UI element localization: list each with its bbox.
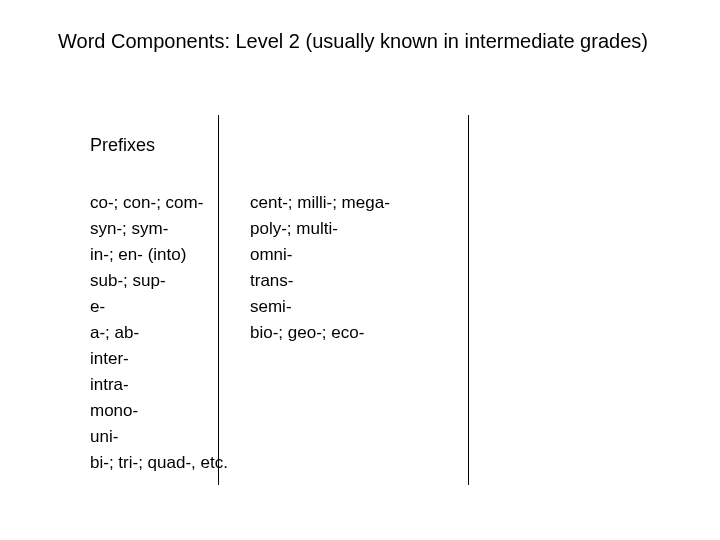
- list-item: syn-; sym-: [90, 216, 228, 242]
- list-item: semi-: [250, 294, 390, 320]
- list-item: e-: [90, 294, 228, 320]
- list-item: omni-: [250, 242, 390, 268]
- list-item: sub-; sup-: [90, 268, 228, 294]
- section-heading-prefixes: Prefixes: [90, 135, 155, 156]
- list-item: a-; ab-: [90, 320, 228, 346]
- prefix-column-1: co-; con-; com- syn-; sym- in-; en- (int…: [90, 190, 228, 476]
- list-item: bio-; geo-; eco-: [250, 320, 390, 346]
- vertical-divider-2: [468, 115, 469, 485]
- page: Word Components: Level 2 (usually known …: [0, 0, 720, 540]
- list-item: co-; con-; com-: [90, 190, 228, 216]
- list-item: bi-; tri-; quad-, etc.: [90, 450, 228, 476]
- list-item: inter-: [90, 346, 228, 372]
- list-item: intra-: [90, 372, 228, 398]
- page-title: Word Components: Level 2 (usually known …: [58, 30, 648, 53]
- prefix-column-2: cent-; milli-; mega- poly-; multi- omni-…: [250, 190, 390, 346]
- list-item: mono-: [90, 398, 228, 424]
- list-item: poly-; multi-: [250, 216, 390, 242]
- list-item: trans-: [250, 268, 390, 294]
- list-item: cent-; milli-; mega-: [250, 190, 390, 216]
- list-item: in-; en- (into): [90, 242, 228, 268]
- list-item: uni-: [90, 424, 228, 450]
